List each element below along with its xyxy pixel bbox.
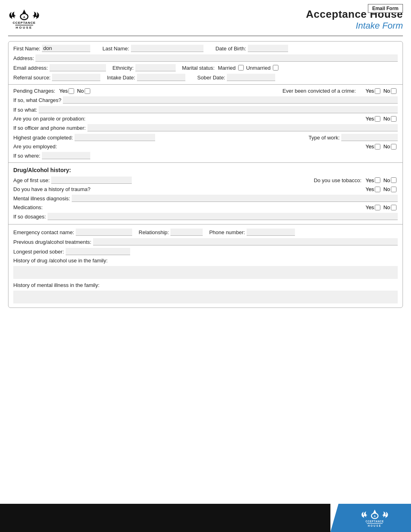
svg-rect-6 (15, 25, 33, 25)
family-drug-label: History of drug /alcohol use in the fami… (13, 258, 108, 264)
intake-date-input[interactable] (137, 74, 185, 81)
age-tobacco-row: Age of first use: Do you use tobacco: Ye… (13, 177, 398, 184)
drug-section-title: Drug/Alcohol history: (13, 167, 398, 173)
parole-no-group: No (383, 116, 398, 122)
parole-yes-checkbox[interactable] (375, 116, 380, 122)
convicted-yes-label: Yes (365, 88, 374, 94)
address-row: Address: (13, 54, 398, 62)
address-label: Address: (13, 55, 34, 61)
email-input[interactable] (50, 64, 106, 71)
tobacco-yes-checkbox[interactable] (375, 177, 380, 183)
ethnicity-label: Ethnicity: (112, 65, 134, 71)
if-so-what-label: If so what: (13, 107, 37, 113)
charges-input[interactable] (63, 96, 398, 104)
pending-no-group: No (77, 88, 91, 94)
dosages-row: If so dosages: (13, 213, 398, 220)
charges-row: If so, what Charges? (13, 96, 398, 104)
convicted-yes-checkbox[interactable] (375, 88, 380, 94)
dosages-input[interactable] (48, 213, 398, 220)
first-name-input[interactable] (42, 45, 90, 52)
trauma-yes-checkbox[interactable] (375, 187, 380, 192)
longest-sober-input[interactable] (66, 248, 130, 255)
dob-label: Date of Birth: (216, 46, 246, 52)
tobacco-no-group: No (383, 177, 398, 183)
tobacco-no-checkbox[interactable] (391, 177, 396, 183)
parole-no-checkbox[interactable] (391, 116, 396, 122)
employed-yes-checkbox[interactable] (375, 144, 380, 150)
referral-dates-row: Referral source: Intake Date: Sober Date… (13, 74, 398, 81)
employed-no-group: No (383, 143, 398, 150)
svg-rect-14 (367, 523, 382, 524)
sober-date-input[interactable] (227, 74, 275, 81)
pending-no-checkbox[interactable] (85, 88, 90, 94)
footer-logo-icon: A CCEPTANCE HOUSE (359, 507, 391, 529)
tobacco-no-label: No (383, 177, 390, 183)
dob-input[interactable] (248, 45, 288, 52)
footer-logo: A CCEPTANCE HOUSE (359, 507, 391, 529)
emergency-name-input[interactable] (76, 229, 132, 236)
address-input[interactable] (35, 54, 398, 62)
svg-text:A: A (374, 515, 376, 517)
referral-input[interactable] (52, 74, 100, 81)
emergency-name-label: Emergency contact name: (13, 229, 74, 235)
contact-section: Emergency contact name: Relationship: Ph… (8, 224, 403, 308)
married-checkbox-wrap[interactable] (238, 65, 244, 71)
if-so-what-input[interactable] (39, 106, 398, 113)
age-first-use-input[interactable] (51, 177, 132, 184)
officer-input[interactable] (87, 124, 398, 131)
mental-illness-label: Mental illness diagnosis: (13, 195, 70, 202)
last-name-input[interactable] (131, 45, 203, 52)
grade-input[interactable] (75, 134, 155, 141)
header-divider (8, 35, 403, 36)
if-so-charges-label: If so, what Charges? (13, 97, 61, 103)
employed-row: Are you employed: Yes No (13, 143, 398, 150)
trauma-label: Do you have a history of trauma? (13, 186, 91, 192)
footer: A CCEPTANCE HOUSE (0, 504, 411, 532)
email-form-button[interactable]: Email Form (368, 4, 403, 13)
unmarried-checkbox-wrap[interactable] (273, 65, 278, 71)
employed-no-label: No (383, 143, 390, 150)
longest-sober-row: Longest period sober: (13, 248, 398, 255)
intake-date-label: Intake Date: (107, 75, 135, 81)
intake-form: First Name: Last Name: Date of Birth: Ad… (8, 41, 403, 308)
convicted-no-group: No (383, 88, 398, 94)
first-name-label: First Name: (13, 46, 40, 52)
medications-yes-checkbox[interactable] (375, 205, 380, 210)
married-checkbox[interactable] (238, 65, 244, 71)
last-name-label: Last Name: (102, 46, 129, 52)
mental-illness-row: Mental illness diagnosis: (13, 195, 398, 202)
medications-yes-label: Yes (365, 204, 374, 210)
employed-no-checkbox[interactable] (391, 144, 396, 150)
officer-label: If so officer and phone number: (13, 125, 86, 131)
if-so-where-input[interactable] (42, 152, 90, 159)
dosages-label: If so dosages: (13, 214, 46, 220)
employed-yes-group: Yes (365, 143, 382, 150)
unmarried-checkbox[interactable] (273, 65, 278, 71)
phone-input[interactable] (247, 229, 295, 236)
family-drug-textarea[interactable] (13, 266, 398, 279)
logo-area: A CCEPTANCE HOUSE (8, 6, 40, 32)
medications-no-checkbox[interactable] (391, 205, 396, 210)
parole-yes-group: Yes (365, 116, 382, 122)
pending-no-label: No (77, 88, 84, 94)
svg-text:CCEPTANCE: CCEPTANCE (365, 520, 384, 522)
header: A CCEPTANCE HOUSE Acceptance House Intak… (0, 0, 411, 32)
tobacco-yes-group: Yes (365, 177, 382, 183)
prev-treatments-input[interactable] (93, 238, 398, 245)
pending-yes-label: Yes (59, 88, 68, 94)
relationship-input[interactable] (170, 229, 203, 236)
ethnicity-input[interactable] (135, 64, 176, 71)
mental-illness-input[interactable] (72, 195, 398, 202)
trauma-no-checkbox[interactable] (391, 187, 396, 192)
pending-yes-checkbox[interactable] (68, 88, 74, 94)
trauma-yes-group: Yes (365, 186, 382, 192)
family-mental-textarea[interactable] (13, 291, 398, 303)
type-work-input[interactable] (341, 134, 398, 141)
relationship-label: Relationship: (139, 229, 169, 235)
footer-blue: A CCEPTANCE HOUSE (330, 504, 411, 532)
page-subtitle: Intake Form (306, 21, 403, 31)
medications-yes-group: Yes (365, 204, 382, 210)
tobacco-label: Do you use tobacco: (314, 177, 362, 183)
convicted-no-checkbox[interactable] (391, 88, 396, 94)
unmarried-label: Unmarried (246, 65, 271, 71)
